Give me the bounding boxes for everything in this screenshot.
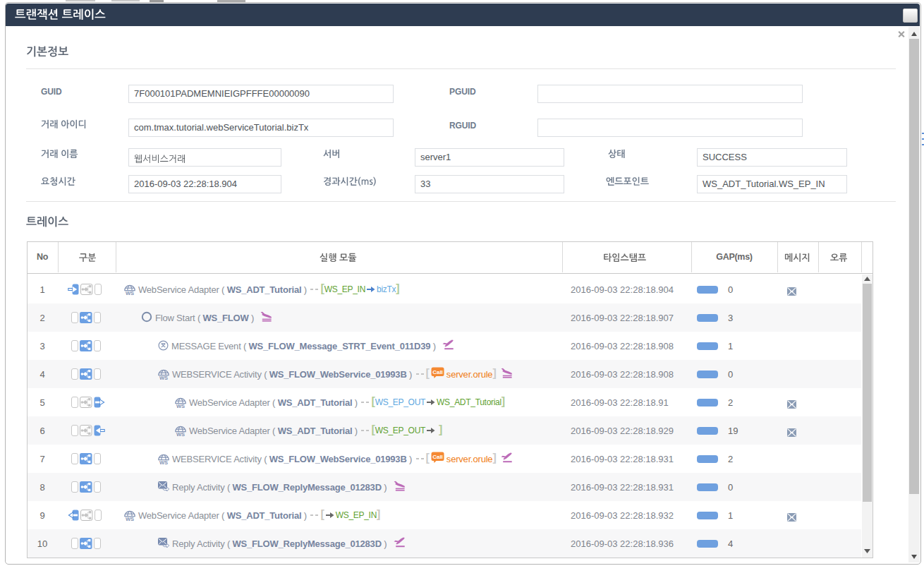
svg-text:Call: Call [432,453,443,459]
svg-text:WS: WS [126,516,134,521]
svg-text:WS: WS [126,290,134,295]
svg-text:WS: WS [176,403,185,408]
svg-text:WS: WS [176,431,185,436]
svg-text:Call: Call [432,368,443,375]
svg-text:WS: WS [159,459,168,464]
svg-text:WS: WS [159,375,168,380]
